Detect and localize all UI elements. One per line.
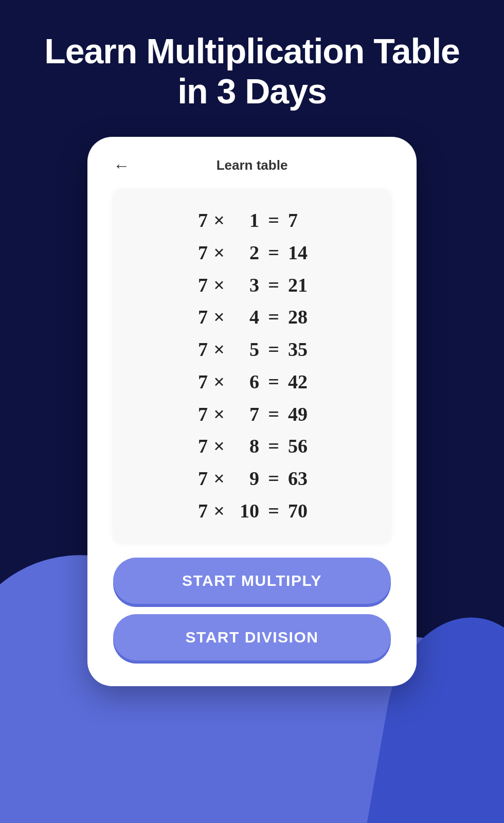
table-times-symbol: × xyxy=(208,333,230,366)
table-times-symbol: × xyxy=(208,237,230,269)
table-equals-symbol: = xyxy=(259,398,288,431)
table-result: 70 xyxy=(288,495,321,527)
table-row: 7 × 8 = 56 xyxy=(134,430,370,462)
table-result: 7 xyxy=(288,204,321,237)
table-row: 7 × 6 = 42 xyxy=(134,366,370,398)
table-times-symbol: × xyxy=(208,430,230,462)
page-headline: Learn Multiplication Table in 3 Days xyxy=(3,0,501,137)
table-multiplier: 2 xyxy=(230,237,259,269)
table-equals-symbol: = xyxy=(259,462,288,495)
multiplication-table: 7 × 1 = 7 7 × 2 = 14 7 × 3 = 21 7 × 4 = … xyxy=(113,189,391,542)
table-result: 35 xyxy=(288,333,321,366)
table-row: 7 × 9 = 63 xyxy=(134,462,370,495)
start-multiply-button[interactable]: START MULTIPLY xyxy=(113,558,391,604)
table-equals-symbol: = xyxy=(259,269,288,301)
table-base: 7 xyxy=(183,301,208,333)
table-equals-symbol: = xyxy=(259,237,288,269)
table-base: 7 xyxy=(183,462,208,495)
table-equals-symbol: = xyxy=(259,301,288,333)
table-base: 7 xyxy=(183,366,208,398)
table-base: 7 xyxy=(183,237,208,269)
table-times-symbol: × xyxy=(208,204,230,237)
table-multiplier: 6 xyxy=(230,366,259,398)
table-times-symbol: × xyxy=(208,462,230,495)
start-division-button[interactable]: START DIVISION xyxy=(113,614,391,660)
table-result: 63 xyxy=(288,462,321,495)
table-multiplier: 5 xyxy=(230,333,259,366)
table-base: 7 xyxy=(183,495,208,527)
table-multiplier: 4 xyxy=(230,301,259,333)
content: Learn Multiplication Table in 3 Days ← L… xyxy=(0,0,504,823)
table-row: 7 × 3 = 21 xyxy=(134,269,370,301)
table-multiplier: 3 xyxy=(230,269,259,301)
table-equals-symbol: = xyxy=(259,366,288,398)
table-result: 14 xyxy=(288,237,321,269)
table-row: 7 × 4 = 28 xyxy=(134,301,370,333)
table-row: 7 × 2 = 14 xyxy=(134,237,370,269)
table-times-symbol: × xyxy=(208,495,230,527)
phone-header: ← Learn table xyxy=(113,157,391,173)
table-times-symbol: × xyxy=(208,269,230,301)
table-base: 7 xyxy=(183,398,208,431)
table-times-symbol: × xyxy=(208,398,230,431)
table-result: 28 xyxy=(288,301,321,333)
table-equals-symbol: = xyxy=(259,204,288,237)
table-equals-symbol: = xyxy=(259,333,288,366)
table-row: 7 × 5 = 35 xyxy=(134,333,370,366)
table-row: 7 × 1 = 7 xyxy=(134,204,370,237)
table-multiplier: 7 xyxy=(230,398,259,431)
table-base: 7 xyxy=(183,269,208,301)
card-title: Learn table xyxy=(113,157,391,173)
table-row: 7 × 10 = 70 xyxy=(134,495,370,527)
table-equals-symbol: = xyxy=(259,430,288,462)
table-multiplier: 8 xyxy=(230,430,259,462)
table-multiplier: 10 xyxy=(230,495,259,527)
table-base: 7 xyxy=(183,333,208,366)
back-button[interactable]: ← xyxy=(113,157,130,174)
table-equals-symbol: = xyxy=(259,495,288,527)
table-result: 21 xyxy=(288,269,321,301)
phone-card: ← Learn table 7 × 1 = 7 7 × 2 = 14 7 × 3… xyxy=(87,137,417,686)
table-result: 49 xyxy=(288,398,321,431)
table-multiplier: 1 xyxy=(230,204,259,237)
table-times-symbol: × xyxy=(208,366,230,398)
table-result: 56 xyxy=(288,430,321,462)
table-base: 7 xyxy=(183,430,208,462)
table-times-symbol: × xyxy=(208,301,230,333)
table-multiplier: 9 xyxy=(230,462,259,495)
table-base: 7 xyxy=(183,204,208,237)
table-result: 42 xyxy=(288,366,321,398)
table-row: 7 × 7 = 49 xyxy=(134,398,370,431)
